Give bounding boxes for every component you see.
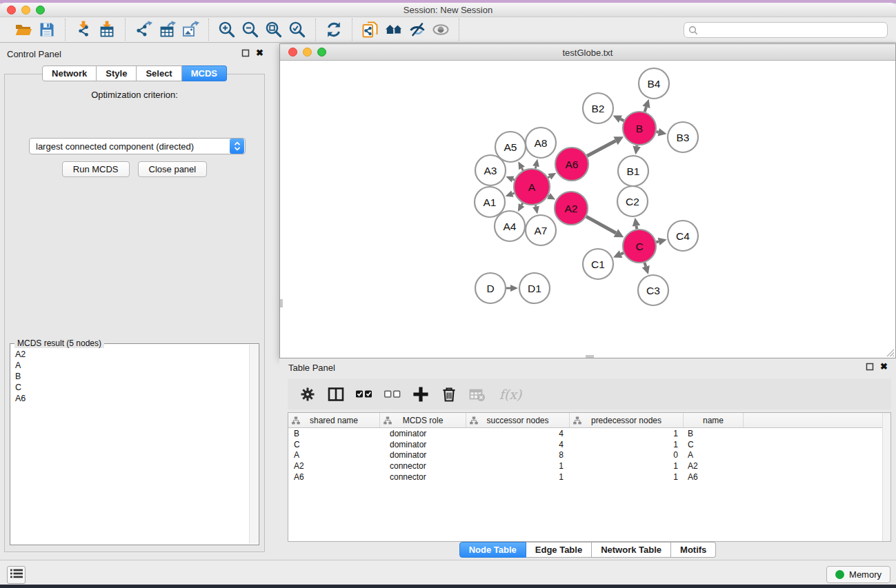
tab-select[interactable]: Select (137, 65, 181, 81)
edge-B-B2[interactable] (620, 119, 624, 121)
column-header-predecessor-nodes[interactable]: predecessor nodes (570, 413, 684, 427)
column-header-successor-nodes[interactable]: successor nodes (466, 413, 570, 427)
export-image-button[interactable] (179, 19, 202, 40)
edge-A-A1[interactable] (512, 193, 515, 194)
table-cell[interactable]: A (684, 450, 744, 460)
table-cell[interactable]: 1 (570, 472, 684, 482)
mcds-result-item[interactable]: A (15, 360, 248, 371)
network-graph[interactable]: ABCA2A6A1A3A4A5A7A8B1B2B3B4C1C2C3C4DD1 (280, 61, 895, 358)
mcds-result-item[interactable]: B (15, 371, 248, 382)
table-cell[interactable]: 4 (466, 429, 570, 438)
toggle-graphics-details-button[interactable] (406, 19, 429, 40)
tab-network[interactable]: Network (42, 65, 97, 81)
table-settings-button[interactable] (299, 385, 317, 403)
table-cell[interactable]: 8 (466, 450, 570, 460)
task-history-button[interactable] (7, 566, 26, 584)
table-cell[interactable]: A2 (684, 461, 744, 471)
network-window-titlebar[interactable]: testGlobe.txt (280, 44, 895, 61)
edge-A2-C[interactable] (586, 216, 616, 233)
table-cell[interactable]: connector (380, 461, 466, 471)
deselect-all-button[interactable] (384, 385, 401, 403)
edge-C-C1[interactable] (621, 253, 624, 254)
mcds-result-item[interactable]: A2 (15, 349, 248, 360)
zoom-fit-button[interactable] (262, 19, 286, 40)
tab-motifs[interactable]: Motifs (671, 542, 716, 558)
table-scrollbar[interactable] (882, 413, 890, 541)
table-cell[interactable]: A6 (684, 472, 744, 482)
edge-C-C3[interactable] (644, 263, 646, 267)
delete-table-button[interactable] (468, 385, 486, 403)
tab-network-table[interactable]: Network Table (592, 542, 671, 558)
export-table-button[interactable] (155, 19, 179, 40)
add-column-button[interactable] (412, 385, 430, 403)
open-file-button[interactable] (12, 19, 35, 40)
table-cell[interactable]: A (288, 450, 380, 460)
zoom-in-button[interactable] (215, 19, 239, 40)
close-panel-icon[interactable]: ✖ (256, 49, 263, 57)
edge-A6-B[interactable] (587, 141, 615, 156)
table-cell[interactable]: dominator (380, 440, 466, 449)
table-cell[interactable]: C (288, 440, 380, 449)
table-cell[interactable]: dominator (380, 450, 466, 460)
save-session-button[interactable] (35, 19, 59, 40)
mcds-result-item[interactable]: A6 (15, 393, 248, 404)
network-canvas[interactable]: ABCA2A6A1A3A4A5A7A8B1B2B3B4C1C2C3C4DD1 (280, 61, 895, 358)
clone-network-button[interactable] (359, 19, 382, 40)
run-mcds-button[interactable]: Run MCDS (62, 161, 130, 177)
canvas-horizontal-scroll-thumb[interactable] (586, 355, 594, 358)
delete-column-button[interactable] (440, 385, 458, 403)
select-all-button[interactable] (355, 385, 373, 403)
tab-style[interactable]: Style (97, 65, 137, 81)
function-builder-button[interactable]: f(x) (497, 385, 524, 403)
table-cell[interactable]: A2 (288, 461, 380, 471)
show-columns-button[interactable] (327, 385, 345, 403)
edge-A-A3[interactable] (512, 179, 514, 180)
canvas-vertical-scroll-thumb[interactable] (280, 299, 283, 307)
search-input[interactable] (684, 22, 888, 38)
edge-A-A4[interactable] (521, 203, 523, 205)
table-cell[interactable]: 1 (466, 461, 570, 471)
close-table-panel-icon[interactable]: ✖ (880, 363, 888, 371)
close-panel-button[interactable]: Close panel (138, 161, 208, 177)
edge-B-B4[interactable] (645, 107, 646, 112)
resize-grip-icon[interactable] (886, 348, 895, 357)
table-cell[interactable]: 4 (466, 440, 570, 449)
table-cell[interactable]: C (684, 440, 744, 449)
table-row[interactable]: Cdominator41C (288, 439, 890, 450)
table-cell[interactable]: 1 (466, 472, 570, 482)
criterion-dropdown[interactable]: largest connected component (directed) (29, 138, 246, 154)
table-cell[interactable]: 1 (570, 440, 684, 449)
tab-mcds[interactable]: MCDS (182, 65, 227, 81)
table-cell[interactable]: A6 (288, 472, 380, 482)
result-scrollbar[interactable] (249, 345, 258, 544)
home-views-button[interactable] (382, 19, 406, 40)
column-header-shared-name[interactable]: shared name (288, 413, 380, 427)
edge-C-C4[interactable] (656, 241, 659, 242)
memory-button[interactable]: Memory (826, 566, 890, 583)
float-table-panel-icon[interactable] (866, 363, 874, 371)
tab-edge-table[interactable]: Edge Table (526, 542, 592, 558)
table-cell[interactable]: B (288, 429, 380, 438)
table-cell[interactable]: B (684, 429, 744, 438)
table-cell[interactable]: 0 (570, 450, 684, 460)
zoom-selected-button[interactable] (286, 19, 309, 40)
table-cell[interactable]: connector (380, 472, 466, 482)
table-row[interactable]: A6connector11A6 (288, 472, 890, 483)
edge-A-A8[interactable] (535, 166, 536, 168)
table-row[interactable]: A2connector11A2 (288, 460, 890, 472)
show-hide-panels-button[interactable] (429, 19, 452, 40)
edge-B-B3[interactable] (656, 132, 658, 132)
edge-A-A6[interactable] (548, 176, 549, 177)
apply-layout-button[interactable] (322, 19, 346, 40)
zoom-out-button[interactable] (239, 19, 262, 40)
column-header-name[interactable]: name (684, 413, 744, 427)
table-row[interactable]: Bdominator41B (288, 428, 890, 439)
tab-node-table[interactable]: Node Table (459, 542, 526, 558)
float-panel-icon[interactable] (241, 49, 250, 57)
mcds-result-item[interactable]: C (15, 382, 248, 393)
column-header-MCDS-role[interactable]: MCDS role (380, 413, 466, 427)
export-network-button[interactable] (132, 19, 155, 40)
import-network-button[interactable] (72, 19, 95, 40)
edge-A-A5[interactable] (521, 168, 523, 170)
app-titlebar[interactable]: Session: New Session (0, 3, 896, 17)
